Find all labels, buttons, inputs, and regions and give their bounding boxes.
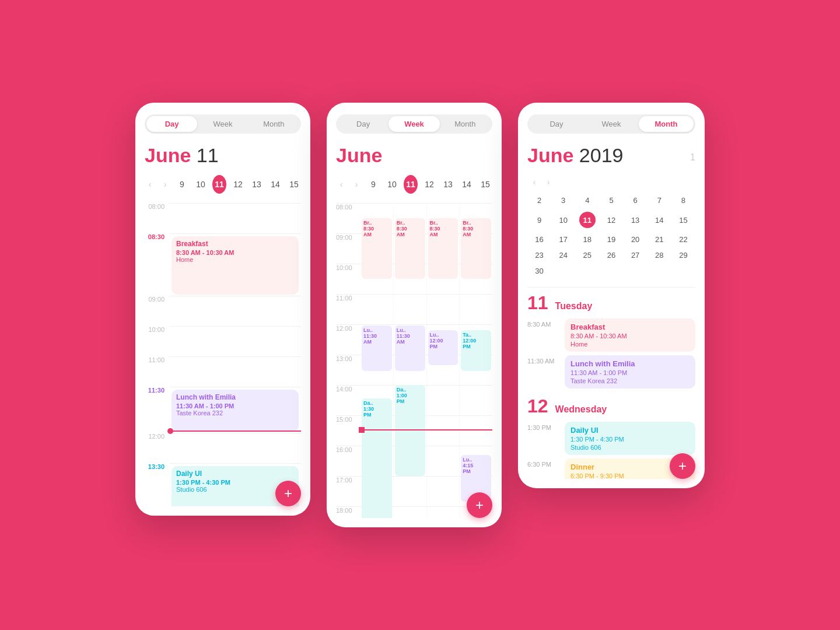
cal-empty2	[575, 263, 599, 279]
week-day-12[interactable]: 12	[422, 175, 436, 194]
month-next[interactable]: ›	[541, 175, 555, 189]
cal-30[interactable]: 30	[527, 263, 551, 279]
fab-week[interactable]: +	[467, 492, 492, 518]
day-12[interactable]: 12	[231, 175, 245, 194]
cal-empty3	[599, 263, 623, 279]
cal-5[interactable]: 5	[599, 192, 623, 208]
cal-11-active[interactable]: 11	[575, 208, 599, 232]
day-10[interactable]: 10	[194, 175, 208, 194]
day-15[interactable]: 15	[287, 175, 301, 194]
day-9[interactable]: 9	[175, 175, 189, 194]
week-day-14[interactable]: 14	[460, 175, 474, 194]
agenda-lunch-location: Taste Korea 232	[570, 377, 690, 384]
agenda-daily-block[interactable]: Daily UI 1:30 PM - 4:30 PM Studio 606	[565, 422, 695, 455]
tab-week-month[interactable]: Month	[440, 116, 491, 132]
cal-21[interactable]: 21	[648, 232, 671, 247]
agenda-breakfast-time: 8:30 AM	[527, 318, 558, 352]
week-event-lu-11[interactable]: Lu..12:00PM	[428, 330, 459, 365]
week-cols: Lu..11:30AM Da..1:30PM	[360, 203, 492, 518]
cal-17[interactable]: 17	[551, 232, 575, 247]
cal-15[interactable]: 15	[671, 208, 695, 232]
cal-3[interactable]: 3	[551, 192, 575, 208]
week-event-ta-12[interactable]: Ta..12:00PM	[461, 330, 491, 371]
lunch-event[interactable]: Lunch with Emilia 11:30 AM - 1:00 PM Tas…	[172, 390, 299, 432]
wt-0900: 09:00	[336, 233, 360, 264]
week-day-9[interactable]: 9	[366, 175, 380, 194]
agenda-dinner-time: 6:30 PM	[527, 459, 558, 479]
lunch-title: Lunch with Emilia	[176, 393, 294, 401]
wt-1500: 15:00	[336, 415, 360, 446]
cal-25[interactable]: 25	[575, 247, 599, 263]
week-event-lu-9[interactable]: Lu..11:30AM	[362, 326, 392, 371]
cal-18[interactable]: 18	[575, 232, 599, 247]
cal-16[interactable]: 16	[527, 232, 551, 247]
cal-week-4: 23 24 25 26 27 28 29	[527, 247, 695, 263]
cal-29[interactable]: 29	[671, 247, 695, 263]
agenda-lunch-detail: 11:30 AM - 1:00 PM	[570, 369, 690, 376]
week-day-11[interactable]: 11	[404, 175, 418, 194]
cal-8[interactable]: 8	[671, 192, 695, 208]
day-11[interactable]: 11	[212, 175, 226, 194]
cal-7[interactable]: 7	[648, 192, 671, 208]
tab-day-week[interactable]: Week	[197, 116, 248, 132]
tab-day-month[interactable]: Month	[249, 116, 299, 132]
week-event-br-11[interactable]: Br..8:30AM	[428, 218, 459, 279]
day-13[interactable]: 13	[250, 175, 264, 194]
wc11-1500	[427, 415, 460, 446]
day-14[interactable]: 14	[268, 175, 282, 194]
week-day-13[interactable]: 13	[441, 175, 455, 194]
agenda-num-11: 11	[527, 292, 548, 314]
fab-month[interactable]: +	[670, 453, 695, 479]
cal-14[interactable]: 14	[648, 208, 671, 232]
week-day-10[interactable]: 10	[385, 175, 399, 194]
cal-24[interactable]: 24	[551, 247, 575, 263]
day-view-header: June 11	[145, 144, 301, 167]
tab-month-week[interactable]: Week	[584, 116, 639, 132]
lunch-event-content: Lunch with Emilia 11:30 AM - 1:00 PM Tas…	[169, 387, 301, 433]
cal-week-1: 2 3 4 5 6 7 8	[527, 192, 695, 208]
breakfast-event[interactable]: Breakfast 8:30 AM - 10:30 AM Home	[172, 236, 299, 295]
agenda-daily-time: 1:30 PM	[527, 422, 558, 455]
week-event-br-9[interactable]: Br..8:30AM	[362, 218, 392, 279]
agenda-lunch-block[interactable]: Lunch with Emilia 11:30 AM - 1:00 PM Tas…	[565, 355, 695, 388]
cal-28[interactable]: 28	[648, 247, 671, 263]
cal-9[interactable]: 9	[527, 208, 551, 232]
wt-1400: 14:00	[336, 385, 360, 415]
cal-23[interactable]: 23	[527, 247, 551, 263]
agenda-daily-detail: 1:30 PM - 4:30 PM	[570, 436, 690, 443]
cal-27[interactable]: 27	[624, 247, 648, 263]
cal-12[interactable]: 12	[599, 208, 623, 232]
cal-4[interactable]: 4	[575, 192, 599, 208]
breakfast-location: Home	[176, 256, 294, 263]
week-event-lu-10[interactable]: Lu..11:30AM	[395, 326, 425, 371]
week-prev-arrow[interactable]: ‹	[336, 177, 346, 191]
label-0800: 08:00	[145, 203, 169, 233]
week-next-arrow[interactable]: ›	[351, 177, 362, 191]
week-event-ext-9[interactable]	[362, 473, 392, 518]
tab-week-week[interactable]: Week	[388, 116, 439, 132]
cal-26[interactable]: 26	[599, 247, 623, 263]
tab-day-day[interactable]: Day	[146, 116, 197, 132]
week-event-br-12[interactable]: Br..8:30AM	[461, 218, 491, 279]
cal-6[interactable]: 6	[624, 192, 648, 208]
cal-22[interactable]: 22	[671, 232, 695, 247]
tab-month-day[interactable]: Day	[529, 116, 584, 132]
cal-13[interactable]: 13	[624, 208, 648, 232]
week-event-da-10[interactable]: Da..1:00PM	[395, 385, 425, 476]
tab-month-month[interactable]: Month	[639, 116, 694, 132]
cal-10[interactable]: 10	[551, 208, 575, 232]
next-arrow[interactable]: ›	[160, 177, 170, 191]
cal-20[interactable]: 20	[624, 232, 648, 247]
cal-19[interactable]: 19	[599, 232, 623, 247]
prev-arrow[interactable]: ‹	[145, 177, 155, 191]
week-event-br-10[interactable]: Br..8:30AM	[395, 218, 425, 279]
cal-2[interactable]: 2	[527, 192, 551, 208]
fab-day[interactable]: +	[275, 481, 301, 506]
week-day-15[interactable]: 15	[478, 175, 492, 194]
month-view-day1: 1	[690, 152, 695, 163]
month-prev[interactable]: ‹	[527, 175, 541, 189]
view-toggle-day: Day Week Month	[145, 114, 301, 134]
agenda-breakfast-block[interactable]: Breakfast 8:30 AM - 10:30 AM Home	[565, 318, 695, 352]
agenda-header-11: 11 Tuesday	[527, 292, 695, 314]
tab-week-day[interactable]: Day	[338, 116, 388, 132]
